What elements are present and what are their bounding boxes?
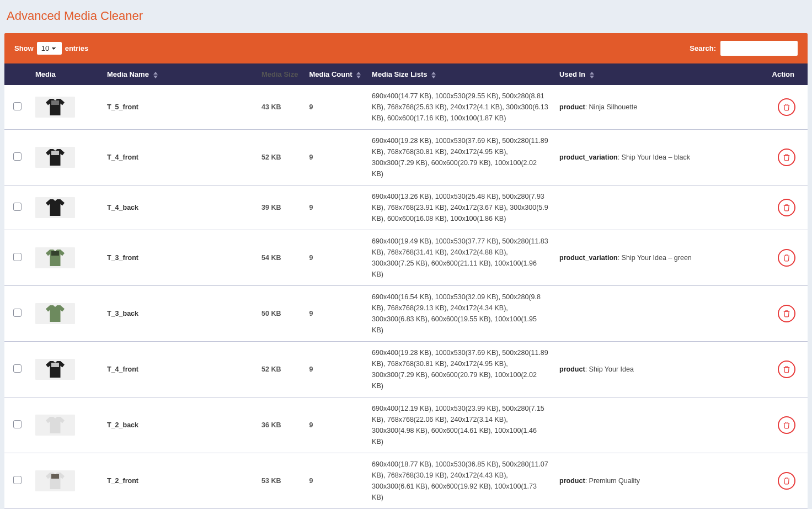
trash-icon bbox=[783, 365, 790, 373]
delete-button[interactable] bbox=[778, 360, 795, 378]
tshirt-icon bbox=[46, 99, 65, 115]
media-thumbnail[interactable] bbox=[35, 470, 75, 491]
delete-button[interactable] bbox=[778, 249, 795, 267]
table-row: T_4_front 52 KB 9 690x400(19.28 KB), 100… bbox=[4, 130, 808, 185]
tshirt-icon bbox=[46, 417, 65, 433]
col-header-name-label: Media Name bbox=[107, 70, 149, 78]
trash-icon bbox=[783, 103, 790, 111]
media-thumbnail[interactable] bbox=[35, 359, 75, 380]
media-name: T_5_front bbox=[101, 85, 256, 130]
page-title: Advanced Media Cleaner bbox=[7, 9, 808, 23]
table-row: T_4_front 52 KB 9 690x400(19.28 KB), 100… bbox=[4, 342, 808, 397]
media-count: 9 bbox=[303, 230, 366, 286]
media-size-list: 690x400(12.19 KB), 1000x530(23.99 KB), 5… bbox=[366, 397, 554, 453]
col-header-name[interactable]: Media Name bbox=[101, 63, 256, 85]
row-checkbox[interactable] bbox=[13, 364, 22, 373]
top-toolbar: Show 10 entries Search: bbox=[4, 33, 808, 63]
media-table: Media Media Name Media Size Media Count … bbox=[4, 63, 808, 509]
col-header-usedin[interactable]: Used In bbox=[554, 63, 766, 85]
media-thumbnail[interactable] bbox=[35, 197, 75, 218]
media-thumbnail[interactable] bbox=[35, 303, 75, 324]
media-size-list: 690x400(19.28 KB), 1000x530(37.69 KB), 5… bbox=[366, 130, 554, 185]
row-checkbox[interactable] bbox=[13, 203, 22, 211]
media-thumbnail[interactable] bbox=[35, 97, 75, 118]
trash-icon bbox=[783, 254, 790, 262]
col-header-sizelist-label: Media Size Lists bbox=[372, 70, 427, 78]
media-size: 52 KB bbox=[256, 342, 303, 397]
media-count: 9 bbox=[303, 397, 366, 453]
media-count: 9 bbox=[303, 130, 366, 185]
col-header-size: Media Size bbox=[256, 63, 303, 85]
media-name: T_2_front bbox=[101, 453, 256, 509]
tshirt-icon bbox=[46, 305, 65, 322]
used-in bbox=[554, 397, 766, 453]
tshirt-icon bbox=[46, 250, 65, 266]
entries-select[interactable]: 10 bbox=[37, 42, 62, 55]
media-size-list: 690x400(13.26 KB), 1000x530(25.48 KB), 5… bbox=[366, 185, 554, 230]
row-checkbox[interactable] bbox=[13, 102, 22, 110]
row-checkbox[interactable] bbox=[13, 309, 22, 317]
media-thumbnail[interactable] bbox=[35, 415, 75, 436]
table-row: T_2_back 36 KB 9 690x400(12.19 KB), 1000… bbox=[4, 397, 808, 453]
media-size: 54 KB bbox=[256, 230, 303, 286]
delete-button[interactable] bbox=[778, 416, 795, 434]
table-row: T_5_front 43 KB 9 690x400(14.77 KB), 100… bbox=[4, 85, 808, 130]
used-in bbox=[554, 185, 766, 230]
media-name: T_3_back bbox=[101, 286, 256, 342]
tshirt-icon bbox=[46, 149, 65, 166]
delete-button[interactable] bbox=[778, 472, 795, 490]
used-in: product: Premium Quality bbox=[554, 453, 766, 509]
delete-button[interactable] bbox=[778, 199, 795, 216]
tshirt-icon bbox=[46, 473, 65, 489]
table-row: T_3_front 54 KB 9 690x400(19.49 KB), 100… bbox=[4, 230, 808, 286]
row-checkbox[interactable] bbox=[13, 420, 22, 428]
delete-button[interactable] bbox=[778, 305, 795, 322]
used-in: product: Ninja Silhouette bbox=[554, 85, 766, 130]
used-in: product_variation: Ship Your Idea – blac… bbox=[554, 130, 766, 185]
show-label: Show bbox=[14, 44, 34, 52]
media-count: 9 bbox=[303, 185, 366, 230]
sort-icon bbox=[356, 72, 361, 78]
media-count: 9 bbox=[303, 85, 366, 130]
media-thumbnail[interactable] bbox=[35, 247, 75, 268]
search-label: Search: bbox=[690, 44, 716, 52]
table-row: T_2_front 53 KB 9 690x400(18.77 KB), 100… bbox=[4, 453, 808, 509]
search-input[interactable] bbox=[720, 41, 798, 56]
media-size-list: 690x400(14.77 KB), 1000x530(29.55 KB), 5… bbox=[366, 85, 554, 130]
col-header-usedin-label: Used In bbox=[559, 70, 585, 78]
row-checkbox[interactable] bbox=[13, 152, 22, 161]
row-checkbox[interactable] bbox=[13, 476, 22, 484]
data-card: Show 10 entries Search: Media Media Name bbox=[4, 33, 808, 509]
col-header-action: Action bbox=[767, 63, 808, 85]
media-size: 52 KB bbox=[256, 130, 303, 185]
media-name: T_4_front bbox=[101, 130, 256, 185]
media-name: T_3_front bbox=[101, 230, 256, 286]
delete-button[interactable] bbox=[778, 98, 795, 116]
media-size-list: 690x400(19.49 KB), 1000x530(37.77 KB), 5… bbox=[366, 230, 554, 286]
media-size: 53 KB bbox=[256, 453, 303, 509]
media-name: T_4_front bbox=[101, 342, 256, 397]
delete-button[interactable] bbox=[778, 149, 795, 166]
trash-icon bbox=[783, 477, 790, 485]
media-count: 9 bbox=[303, 342, 366, 397]
trash-icon bbox=[783, 204, 790, 211]
media-size: 39 KB bbox=[256, 185, 303, 230]
col-header-count-label: Media Count bbox=[309, 70, 352, 78]
media-count: 9 bbox=[303, 453, 366, 509]
media-thumbnail[interactable] bbox=[35, 147, 75, 168]
media-size: 50 KB bbox=[256, 286, 303, 342]
sort-icon bbox=[431, 72, 436, 78]
trash-icon bbox=[783, 421, 790, 429]
sort-icon bbox=[590, 72, 594, 78]
col-header-count[interactable]: Media Count bbox=[303, 63, 366, 85]
media-size-list: 690x400(18.77 KB), 1000x530(36.85 KB), 5… bbox=[366, 453, 554, 509]
media-size: 36 KB bbox=[256, 397, 303, 453]
tshirt-icon bbox=[46, 361, 65, 378]
media-size-list: 690x400(19.28 KB), 1000x530(37.69 KB), 5… bbox=[366, 342, 554, 397]
row-checkbox[interactable] bbox=[13, 253, 22, 261]
trash-icon bbox=[783, 310, 790, 317]
media-name: T_2_back bbox=[101, 397, 256, 453]
col-header-sizelist[interactable]: Media Size Lists bbox=[366, 63, 554, 85]
col-header-checkbox bbox=[4, 63, 30, 85]
entries-label: entries bbox=[65, 44, 89, 52]
